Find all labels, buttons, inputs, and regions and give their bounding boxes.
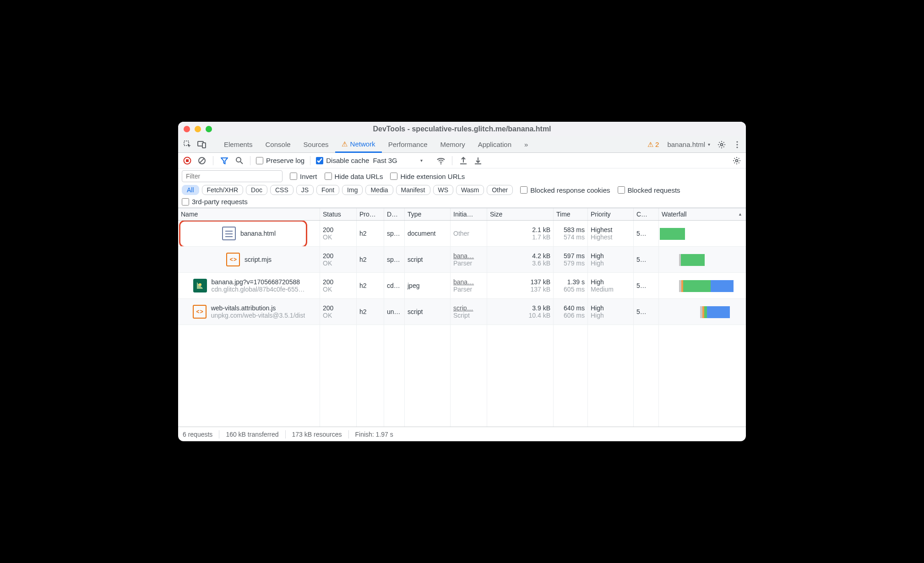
type-filter-manifest[interactable]: Manifest <box>396 185 430 195</box>
cell-type: jpeg <box>405 273 451 298</box>
type-filter-doc[interactable]: Doc <box>246 185 267 195</box>
column-header[interactable]: Waterfall▲ <box>659 208 746 220</box>
panel-tabs: Elements Console Sources Network Perform… <box>178 136 746 153</box>
tab-network[interactable]: Network <box>335 136 382 153</box>
type-filter-img[interactable]: Img <box>342 185 363 195</box>
column-header[interactable]: Size <box>487 208 554 220</box>
device-mode-icon[interactable] <box>195 136 208 152</box>
cell-waterfall <box>659 273 746 298</box>
svg-line-12 <box>240 162 243 164</box>
script-icon: < > <box>226 253 240 266</box>
throttling-select[interactable]: Fast 3G <box>373 157 431 164</box>
column-header[interactable]: D… <box>384 208 405 220</box>
preserve-log-checkbox[interactable]: Preserve log <box>256 157 304 164</box>
kebab-menu-icon[interactable] <box>730 141 744 149</box>
context-selector[interactable]: banana.html <box>664 141 713 148</box>
cell-type: document <box>405 221 451 246</box>
cell-priority: HighestHighest <box>588 221 634 246</box>
cell-domain: sp… <box>384 221 405 246</box>
settings-icon[interactable] <box>715 141 728 149</box>
column-header[interactable]: Priority <box>588 208 634 220</box>
tab-performance[interactable]: Performance <box>382 136 434 152</box>
column-header[interactable]: Type <box>405 208 451 220</box>
type-filter-row: AllFetch/XHRDocCSSJSFontImgMediaManifest… <box>182 185 513 195</box>
cell-connection: 5… <box>634 221 659 246</box>
blocked-requests-checkbox[interactable]: Blocked requests <box>618 186 680 194</box>
blocked-cookies-checkbox[interactable]: Blocked response cookies <box>520 186 610 194</box>
export-har-icon[interactable] <box>473 155 484 166</box>
titlebar: DevTools - speculative-rules.glitch.me/b… <box>178 122 746 136</box>
svg-line-10 <box>200 158 204 163</box>
issues-badge[interactable]: 2 <box>644 141 663 149</box>
cell-size: 3.9 kB10.4 kB <box>487 299 554 325</box>
warning-icon <box>342 140 348 148</box>
cell-protocol: h2 <box>357 273 384 298</box>
cell-name: < >web-vitals.attribution.jsunpkg.com/we… <box>178 299 320 325</box>
network-toolbar: Preserve log Disable cache Fast 3G <box>178 153 746 168</box>
type-filter-fetchxhr[interactable]: Fetch/XHR <box>202 185 243 195</box>
column-header[interactable]: Pro… <box>357 208 384 220</box>
tab-application[interactable]: Application <box>472 136 518 152</box>
script-icon: < > <box>193 305 207 319</box>
inspect-element-icon[interactable] <box>181 136 195 152</box>
type-filter-ws[interactable]: WS <box>433 185 454 195</box>
type-filter-all[interactable]: All <box>182 185 199 195</box>
table-row[interactable]: < >script.mjs200OKh2sp…scriptbana…Parser… <box>178 247 746 273</box>
tab-memory[interactable]: Memory <box>434 136 472 152</box>
tab-console[interactable]: Console <box>259 136 297 152</box>
table-row[interactable]: < >web-vitals.attribution.jsunpkg.com/we… <box>178 299 746 325</box>
type-filter-other[interactable]: Other <box>487 185 513 195</box>
column-header[interactable]: Status <box>320 208 357 220</box>
footer-finish: Finish: 1.97 s <box>355 431 393 438</box>
network-conditions-icon[interactable] <box>435 155 446 166</box>
window-title: DevTools - speculative-rules.glitch.me/b… <box>373 125 551 133</box>
type-filter-css[interactable]: CSS <box>270 185 294 195</box>
minimize-window-button[interactable] <box>195 126 201 132</box>
tab-elements[interactable]: Elements <box>217 136 259 152</box>
cell-connection: 5… <box>634 273 659 298</box>
close-window-button[interactable] <box>184 126 190 132</box>
fullscreen-window-button[interactable] <box>206 126 212 132</box>
table-row[interactable]: banana.jpg?v=1705668720588cdn.glitch.glo… <box>178 273 746 299</box>
filter-input[interactable] <box>182 170 283 182</box>
cell-domain: sp… <box>384 247 405 272</box>
type-filter-wasm[interactable]: Wasm <box>456 185 484 195</box>
svg-point-13 <box>440 163 441 164</box>
search-icon[interactable] <box>234 155 245 166</box>
cell-initiator: bana…Parser <box>451 273 487 298</box>
cell-status: 200OK <box>320 299 357 325</box>
document-icon <box>222 227 236 240</box>
cell-protocol: h2 <box>357 221 384 246</box>
devtools-window: DevTools - speculative-rules.glitch.me/b… <box>178 122 746 441</box>
type-filter-js[interactable]: JS <box>296 185 314 195</box>
third-party-checkbox[interactable]: 3rd-party requests <box>182 198 248 206</box>
type-filter-media[interactable]: Media <box>365 185 393 195</box>
tab-sources[interactable]: Sources <box>297 136 335 152</box>
hide-data-urls-checkbox[interactable]: Hide data URLs <box>325 173 383 180</box>
column-header[interactable]: Name <box>178 208 320 220</box>
disable-cache-checkbox[interactable]: Disable cache <box>316 157 369 164</box>
filter-bar: Invert Hide data URLs Hide extension URL… <box>178 168 746 208</box>
cell-priority: HighHigh <box>588 299 634 325</box>
type-filter-font[interactable]: Font <box>316 185 339 195</box>
column-header[interactable]: Initia… <box>451 208 487 220</box>
filter-icon[interactable] <box>219 155 230 166</box>
column-header[interactable]: Time <box>554 208 588 220</box>
table-header: NameStatusPro…D…TypeInitia…SizeTimePrior… <box>178 208 746 221</box>
clear-button[interactable] <box>196 155 207 166</box>
svg-point-4 <box>736 141 738 142</box>
invert-checkbox[interactable]: Invert <box>290 173 317 180</box>
cell-priority: HighHigh <box>588 247 634 272</box>
window-controls <box>184 126 212 132</box>
panel-settings-icon[interactable] <box>731 155 742 166</box>
cell-protocol: h2 <box>357 299 384 325</box>
cell-protocol: h2 <box>357 247 384 272</box>
cell-waterfall <box>659 221 746 246</box>
cell-domain: cd… <box>384 273 405 298</box>
column-header[interactable]: C… <box>634 208 659 220</box>
import-har-icon[interactable] <box>458 155 469 166</box>
record-button[interactable] <box>182 155 193 166</box>
tab-more-panels[interactable]: » <box>518 136 534 152</box>
table-row[interactable]: banana.html200OKh2sp…documentOther2.1 kB… <box>178 221 746 247</box>
hide-extension-urls-checkbox[interactable]: Hide extension URLs <box>390 173 465 180</box>
